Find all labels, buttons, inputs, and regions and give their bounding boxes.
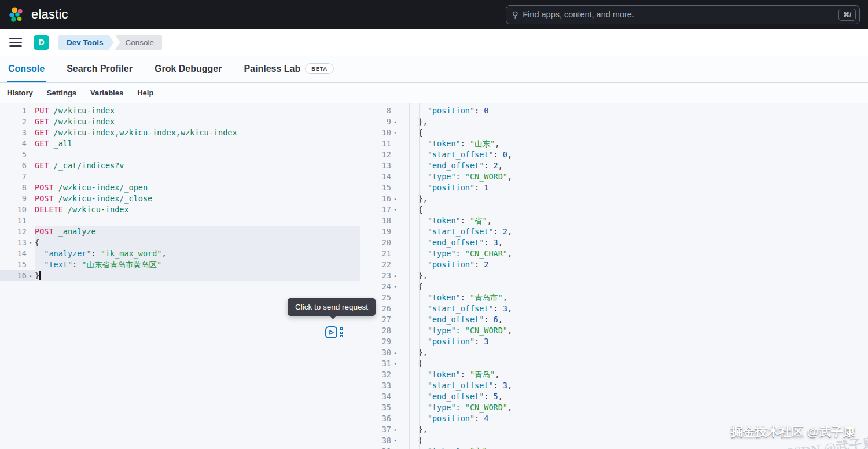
line-number: 24 — [376, 281, 391, 292]
fold-toggle-icon[interactable]: ▴ — [27, 270, 35, 281]
tab-grok-debugger[interactable]: Grok Debugger — [153, 58, 223, 82]
fold-toggle-icon[interactable]: ▴ — [391, 193, 399, 204]
fold-toggle-icon[interactable]: ▾ — [391, 435, 399, 446]
console-menu-settings[interactable]: Settings — [47, 89, 76, 97]
output-line[interactable]: 30▴ }, — [376, 347, 868, 358]
output-line[interactable]: 36 "position": 4 — [376, 413, 868, 424]
output-line[interactable]: 8 "position": 0 — [376, 105, 868, 116]
output-line[interactable]: 20 "end_offset": 3, — [376, 237, 868, 248]
console-menu-help[interactable]: Help — [137, 89, 153, 97]
output-line[interactable]: 22 "position": 2 — [376, 259, 868, 270]
fold-toggle-icon[interactable]: ▴ — [391, 347, 399, 358]
output-line[interactable]: 18 "token": "省", — [376, 215, 868, 226]
code-text: GET /wzkicu-index — [35, 116, 360, 127]
fold-spacer — [391, 215, 399, 226]
editor-line[interactable]: 3GET /wzkicu-index,wzkicu-index,wzkicu-i… — [0, 127, 360, 138]
output-line[interactable]: 34 "end_offset": 5, — [376, 391, 868, 402]
output-line[interactable]: 24▾ { — [376, 281, 868, 292]
breadcrumb-console[interactable]: Console — [115, 35, 163, 50]
tab-console[interactable]: Console — [7, 58, 46, 82]
output-line[interactable]: 31▾ { — [376, 358, 868, 369]
output-line[interactable]: 25 "token": "青岛市", — [376, 292, 868, 303]
fold-spacer — [27, 138, 35, 149]
editor-line[interactable]: 12POST _analyze — [0, 226, 360, 237]
editor-line[interactable]: 1PUT /wzkicu-index — [0, 105, 360, 116]
output-line[interactable]: 28 "type": "CN_WORD", — [376, 325, 868, 336]
editor-line[interactable]: 4GET _all — [0, 138, 360, 149]
editor-line[interactable]: 9POST /wzkicu-index/_close — [0, 193, 360, 204]
editor-line[interactable]: 5 — [0, 149, 360, 160]
request-options-icon[interactable] — [340, 326, 343, 338]
line-number: 20 — [376, 237, 391, 248]
fold-spacer — [391, 226, 399, 237]
editor-line[interactable]: 14 "analyzer": "ik_max_word", — [0, 248, 360, 259]
menu-hamburger-icon[interactable] — [9, 38, 22, 47]
code-text: GET _all — [35, 138, 360, 149]
output-line[interactable]: 27 "end_offset": 6, — [376, 314, 868, 325]
output-line[interactable]: 17▾ { — [376, 204, 868, 215]
fold-toggle-icon[interactable]: ▾ — [391, 281, 399, 292]
watermark: 掘金技术社区 @武子康 — [731, 424, 855, 440]
output-line[interactable]: 10▾ { — [376, 127, 868, 138]
tab-painless-lab[interactable]: Painless LabBETA — [242, 57, 334, 82]
output-line[interactable]: 26 "start_offset": 3, — [376, 303, 868, 314]
line-number: 31 — [376, 358, 391, 369]
editor-line[interactable]: 6GET /_cat/indices?v — [0, 160, 360, 171]
console-menu-variables[interactable]: Variables — [90, 89, 123, 97]
fold-toggle-icon[interactable]: ▴ — [391, 424, 399, 435]
code-text: "analyzer": "ik_max_word", — [35, 248, 360, 259]
line-number: 36 — [376, 413, 391, 424]
brand-title: elastic — [31, 7, 68, 22]
editor-line[interactable]: 10DELETE /wzkicu-index — [0, 204, 360, 215]
output-line[interactable]: 23▴ }, — [376, 270, 868, 281]
output-line[interactable]: 21 "type": "CN_CHAR", — [376, 248, 868, 259]
editor-line[interactable]: 2GET /wzkicu-index — [0, 116, 360, 127]
console-menu-bar: HistorySettingsVariablesHelp — [0, 83, 868, 103]
line-number: 10 — [376, 127, 391, 138]
fold-toggle-icon[interactable]: ▾ — [391, 204, 399, 215]
space-badge[interactable]: D — [34, 35, 49, 50]
output-line[interactable]: 32 "token": "青岛", — [376, 369, 868, 380]
output-line[interactable]: 14 "type": "CN_WORD", — [376, 171, 868, 182]
line-number: 1 — [0, 105, 27, 116]
output-line[interactable]: 19 "start_offset": 2, — [376, 226, 868, 237]
editor-line[interactable]: 11 — [0, 215, 360, 226]
code-text — [35, 171, 360, 182]
output-line[interactable]: 11 "token": "山东", — [376, 138, 868, 149]
editor-line[interactable]: 15 "text": "山东省青岛市黄岛区" — [0, 259, 360, 270]
code-text: GET /_cat/indices?v — [35, 160, 360, 171]
fold-toggle-icon[interactable]: ▴ — [391, 116, 399, 127]
line-number: 8 — [376, 105, 391, 116]
editor-line[interactable]: 7 — [0, 171, 360, 182]
tab-search-profiler[interactable]: Search Profiler — [65, 58, 134, 82]
breadcrumb-dev-tools[interactable]: Dev Tools — [58, 35, 114, 50]
line-number: 22 — [376, 259, 391, 270]
editor-line[interactable]: 8POST /wzkicu-index/_open — [0, 182, 360, 193]
fold-toggle-icon[interactable]: ▴ — [391, 270, 399, 281]
beta-badge: BETA — [305, 63, 334, 74]
output-line[interactable]: 16▴ }, — [376, 193, 868, 204]
request-editor-pane[interactable]: 1PUT /wzkicu-index2GET /wzkicu-index3GET… — [0, 103, 360, 449]
code-text: "position": 1 — [399, 182, 868, 193]
output-line[interactable]: 35 "type": "CN_WORD", — [376, 402, 868, 413]
global-search-input[interactable]: ⚲ Find apps, content, and more. ⌘/ — [506, 5, 860, 24]
code-text: "position": 0 — [399, 105, 868, 116]
line-number: 12 — [376, 149, 391, 160]
editor-line[interactable]: 16▴} — [0, 270, 360, 281]
response-output-pane[interactable]: 8 "position": 09▴ },10▾ {11 "token": "山东… — [376, 103, 868, 449]
output-line[interactable]: 12 "start_offset": 0, — [376, 149, 868, 160]
line-number: 16 — [0, 270, 27, 281]
output-line[interactable]: 33 "start_offset": 3, — [376, 380, 868, 391]
output-line[interactable]: 29 "position": 3 — [376, 336, 868, 347]
output-line[interactable]: 13 "end_offset": 2, — [376, 160, 868, 171]
send-request-button[interactable] — [325, 326, 337, 338]
fold-toggle-icon[interactable]: ▾ — [391, 127, 399, 138]
line-number: 8 — [0, 182, 27, 193]
console-menu-history[interactable]: History — [7, 89, 33, 97]
output-line[interactable]: 9▴ }, — [376, 116, 868, 127]
console-editor-area: 1PUT /wzkicu-index2GET /wzkicu-index3GET… — [0, 103, 868, 449]
fold-toggle-icon[interactable]: ▾ — [27, 237, 35, 248]
editor-line[interactable]: 13▾{ — [0, 237, 360, 248]
fold-toggle-icon[interactable]: ▾ — [391, 358, 399, 369]
output-line[interactable]: 15 "position": 1 — [376, 182, 868, 193]
